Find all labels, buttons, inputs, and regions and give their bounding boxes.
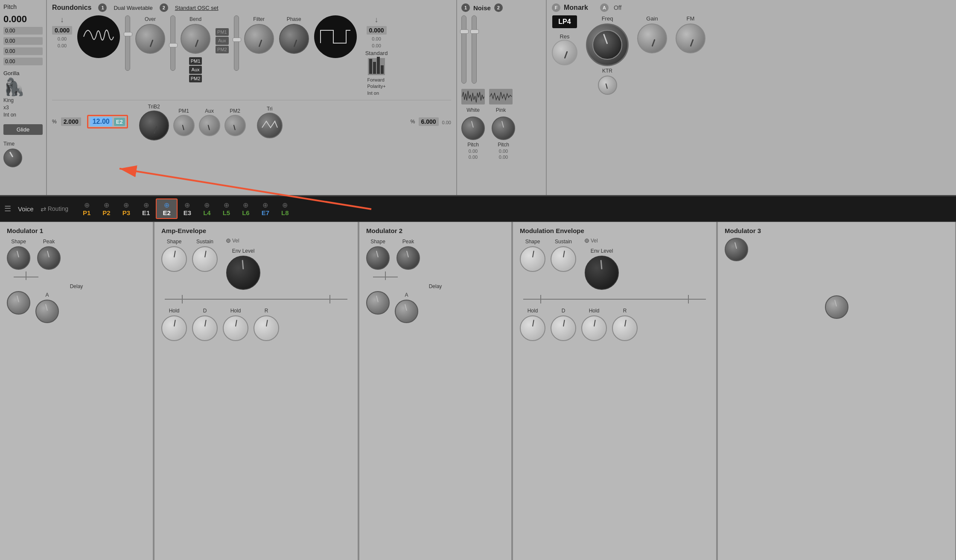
- noise-pitch-knob1[interactable]: [461, 117, 485, 140]
- mod2-delay-knob[interactable]: [366, 291, 390, 315]
- tri-bottom-label: Tri: [267, 106, 273, 112]
- osc-value[interactable]: 0.000: [52, 26, 72, 35]
- value-6000[interactable]: 6.000: [419, 117, 439, 126]
- noise-slider1[interactable]: [461, 15, 466, 84]
- tab-p1[interactable]: ⊕ P1: [77, 199, 96, 218]
- amp-env-panel: Amp-Envelope Shape Sustain Vel: [154, 222, 358, 560]
- pitch-label: Pitch: [3, 3, 43, 10]
- move-icon-p2: ⊕: [104, 201, 109, 209]
- osc-slider1[interactable]: [125, 15, 130, 71]
- menv-shape-knob[interactable]: [520, 246, 545, 272]
- pitch-val4[interactable]: 0.00: [3, 58, 43, 65]
- menv-hold-knob1[interactable]: [520, 315, 545, 341]
- mod1-delay-knob[interactable]: [7, 291, 30, 315]
- mod2-shape-knob[interactable]: [366, 246, 390, 270]
- osc-small1: 0.00: [58, 36, 67, 41]
- osc-waveform1[interactable]: [77, 15, 120, 58]
- amp-hold-knob2[interactable]: [223, 315, 248, 341]
- amp-env-title: Amp-Envelope: [161, 227, 351, 234]
- tab-p2[interactable]: ⊕ P2: [96, 199, 116, 218]
- osc-slider3[interactable]: [234, 15, 239, 71]
- freq-knob[interactable]: [586, 23, 629, 66]
- pitch-val1[interactable]: 0.00: [3, 27, 43, 35]
- standard-label: Standard: [365, 50, 388, 56]
- value-2000[interactable]: 2.000: [61, 117, 81, 126]
- pitch-value[interactable]: 0.000: [3, 14, 43, 25]
- percent-label1: %: [52, 119, 57, 125]
- trib2-knob[interactable]: [139, 111, 169, 140]
- move-icon-e3: ⊕: [184, 201, 190, 209]
- over-knob[interactable]: [135, 24, 165, 54]
- routing-tab[interactable]: ⇄ Routing: [41, 205, 68, 213]
- amp-env-level-knob[interactable]: [226, 256, 260, 290]
- pink-noise-waveform: [489, 87, 513, 106]
- pitch-val2[interactable]: 0.00: [3, 37, 43, 45]
- pm2-bottom-knob[interactable]: [224, 115, 246, 136]
- mod3-knob1[interactable]: [725, 238, 748, 261]
- bend-knob[interactable]: [181, 24, 210, 54]
- tab-p3[interactable]: ⊕ P3: [117, 199, 136, 218]
- menv-vel-toggle[interactable]: Vel: [585, 238, 619, 244]
- amp-r-knob[interactable]: [254, 315, 279, 341]
- osc-value2[interactable]: 0.000: [367, 26, 387, 35]
- menv-r-knob[interactable]: [612, 315, 638, 341]
- white-label: White: [466, 107, 480, 113]
- pm1-bottom-knob[interactable]: [173, 115, 195, 136]
- tab-l8-label: L8: [281, 209, 289, 216]
- lp4-box[interactable]: LP4: [552, 15, 577, 28]
- mod3-title: Modulator 3: [725, 227, 948, 234]
- amp-vel-toggle[interactable]: Vel: [226, 238, 260, 244]
- amp-shape-knob[interactable]: [161, 246, 187, 272]
- ktr-knob[interactable]: [598, 76, 617, 95]
- menv-d-label: D: [562, 308, 565, 314]
- noise-slider2[interactable]: [472, 15, 477, 84]
- mod2-a-knob[interactable]: [395, 300, 418, 323]
- amp-hold-knob1[interactable]: [161, 315, 187, 341]
- gain-knob[interactable]: [637, 23, 667, 53]
- phase-knob[interactable]: [279, 24, 309, 54]
- mod1-a-knob[interactable]: [35, 300, 59, 323]
- menv-sustain-knob[interactable]: [551, 246, 576, 272]
- mod2-peak-knob[interactable]: [396, 246, 420, 270]
- res-knob[interactable]: [552, 40, 577, 65]
- tab-l8[interactable]: ⊕ L8: [275, 199, 295, 218]
- osc-panel: Roundonics 1 Dual Wavetable 2 Standart O…: [47, 0, 457, 195]
- aux-bottom-knob[interactable]: [199, 115, 220, 136]
- filter-knob[interactable]: [244, 24, 274, 54]
- mod1-shape-knob[interactable]: [7, 246, 30, 270]
- glide-button[interactable]: Glide: [3, 124, 43, 135]
- move-icon-p3: ⊕: [123, 201, 129, 209]
- menv-d-knob[interactable]: [551, 315, 576, 341]
- osc-slider2[interactable]: [170, 15, 175, 71]
- amp-sustain-knob[interactable]: [192, 246, 218, 272]
- noise-pitch-label2: Pitch: [498, 142, 509, 148]
- val-000: 0.00: [442, 120, 451, 125]
- fm-knob[interactable]: [676, 23, 705, 53]
- noise-pitch-knob2[interactable]: [492, 117, 515, 140]
- voice-tab[interactable]: Voice: [18, 205, 34, 213]
- time-knob[interactable]: [3, 149, 22, 167]
- tab-l4[interactable]: ⊕ L4: [197, 199, 217, 218]
- mod3-knob2[interactable]: [825, 295, 848, 319]
- tri-knob[interactable]: [257, 113, 283, 138]
- bottom-section: Modulator 1 Shape Peak Dela: [0, 222, 956, 560]
- menv-env-level-knob[interactable]: [585, 256, 619, 290]
- tab-l5[interactable]: ⊕ L5: [217, 199, 236, 218]
- osc-waveform2[interactable]: [314, 15, 357, 58]
- tab-l6[interactable]: ⊕ L6: [236, 199, 256, 218]
- menv-hold-label1: Hold: [528, 308, 538, 314]
- modulator1-panel: Modulator 1 Shape Peak Dela: [0, 222, 154, 560]
- tab-e7[interactable]: ⊕ E7: [256, 199, 275, 218]
- amp-d-knob[interactable]: [192, 315, 218, 341]
- mod1-peak-knob[interactable]: [37, 246, 61, 270]
- tab-e3[interactable]: ⊕ E3: [178, 199, 197, 218]
- badge-1: 1: [98, 3, 107, 12]
- tab-e1[interactable]: ⊕ E1: [136, 199, 156, 218]
- tab-e2[interactable]: ⊕ E2: [156, 198, 177, 219]
- hamburger-icon[interactable]: ☰: [4, 204, 11, 213]
- menv-hold-knob2[interactable]: [581, 315, 607, 341]
- pitch-val3[interactable]: 0.00: [3, 47, 43, 55]
- move-icon-l8: ⊕: [282, 201, 288, 209]
- trib2-label: TriB2: [148, 104, 160, 110]
- highlighted-value-box[interactable]: 12.00 E2: [87, 115, 128, 128]
